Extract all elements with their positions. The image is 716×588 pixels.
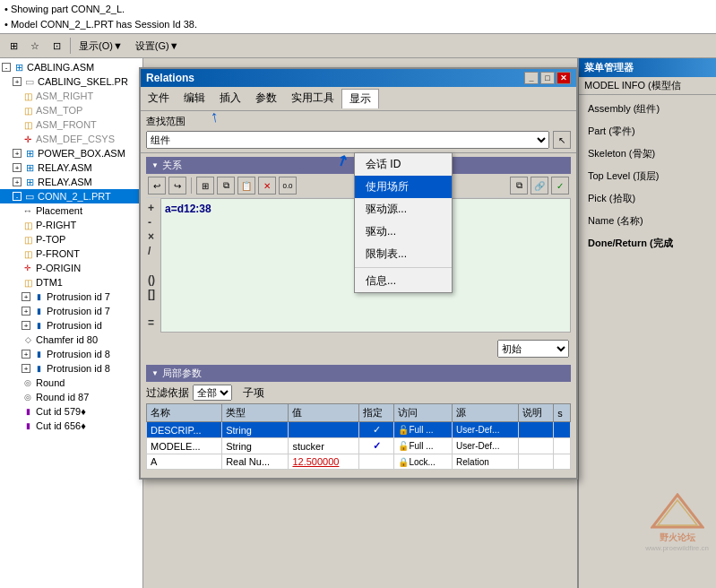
tree-item-relay-asm[interactable]: + ⊞ RELAY.ASM [0,160,142,175]
tree-item-placement[interactable]: ↔ Placement [0,203,142,218]
expand-prot-7a[interactable]: + [22,292,30,301]
table-row-3[interactable]: A Real Nu... 12.500000 🔒Lock... Relation [147,454,571,470]
toolbar-icon-2[interactable]: ☆ [25,36,45,56]
initial-select[interactable]: 初始 [497,340,569,358]
num-btn[interactable]: 0.0 [279,177,297,195]
op-plus[interactable]: + [148,202,159,214]
ctx-drive[interactable]: 驱动... [355,220,452,243]
settings-menu[interactable]: 设置(G)▼ [131,36,184,56]
table-row-1[interactable]: DESCRIP... String ✓ 🔓Full ... User-Def..… [147,422,571,438]
tree-item-protrusion-7c[interactable]: + ▮ Protrusion id [0,318,142,333]
tree-item-asm-right[interactable]: ◫ ASM_RIGHT [0,89,142,103]
op-paren[interactable]: () [148,273,159,286]
tree-item-protrusion-8a[interactable]: + ▮ Protrusion id 8 [0,347,142,361]
right-panel-subtitle: MODEL INFO (模型信 [579,77,716,95]
tree-item-cabling-skel[interactable]: + ▭ CABLING_SKEL.PR [0,74,142,89]
tree-item-asm-top[interactable]: ◫ ASM_TOP [0,103,142,117]
toolbar-icon-3[interactable]: ⊡ [47,36,66,56]
main-layout: - ⊞ CABLING.ASM + ▭ CABLING_SKEL.PR ◫ AS… [0,58,716,588]
tree-area[interactable]: - ⊞ CABLING.ASM + ▭ CABLING_SKEL.PR ◫ AS… [0,58,142,588]
link-btn[interactable]: 🔗 [531,177,548,195]
expand-prot-7c[interactable]: + [22,321,30,330]
tree-item-asm-front[interactable]: ◫ ASM_FRONT [0,117,142,132]
op-bracket[interactable]: [] [148,288,159,300]
datum-icon-right: ◫ [22,90,34,102]
copy-btn[interactable]: ⧉ [217,177,235,195]
op-minus[interactable]: - [148,216,159,229]
tree-item-dtm1[interactable]: ◫ DTM1 [0,275,142,290]
right-panel-top-level[interactable]: Top Level (顶层) [582,166,712,186]
toolbar-icon-1[interactable]: ⊞ [4,36,23,56]
local-params-header: ▼ 局部参数 [146,365,571,382]
expand-prot-8a[interactable]: + [22,350,30,359]
close-button[interactable]: ✕ [556,72,571,84]
menu-params[interactable]: 参数 [248,89,284,108]
ctx-drive-source[interactable]: 驱动源... [355,198,452,220]
expand-conn[interactable]: - [13,192,22,201]
tree-item-protrusion-7a[interactable]: + ▮ Protrusion id 7 [0,290,142,304]
check-btn[interactable]: ✓ [551,177,569,195]
menu-insert[interactable]: 插入 [212,89,248,108]
tree-item-p-origin[interactable]: ✛ P-ORIGIN [0,261,142,275]
op-x[interactable]: × [148,230,159,243]
assembly-icon-4: ⊞ [23,176,36,188]
tree-item-cut-656[interactable]: ▮ Cut id 656♦ [0,419,142,433]
tree-item-power-box[interactable]: + ⊞ POWER_BOX.ASM [0,146,142,160]
maximize-button[interactable]: □ [540,72,555,84]
ctx-active-id[interactable]: 会话 ID [355,153,452,176]
menu-edit[interactable]: 编辑 [177,89,212,108]
row2-type: String [222,438,289,454]
tree-item-p-top[interactable]: ◫ P-TOP [0,232,142,246]
cursor-btn[interactable]: ↖ [553,131,571,149]
expand-prot-7b[interactable]: + [22,307,30,316]
display-menu[interactable]: 显示(O)▼ [74,36,127,56]
ctx-info[interactable]: 信息... [355,270,452,292]
delete-btn[interactable]: ✕ [258,177,276,195]
redo-btn[interactable]: ↪ [168,177,186,195]
menu-display[interactable]: 显示 [341,89,379,108]
coord-icon: ✛ [22,133,34,145]
table-row-2[interactable]: MODELE... String stucker ✓ 🔓Full ... Use… [147,438,571,454]
menu-file[interactable]: 文件 [141,89,177,108]
right-panel-name[interactable]: Name (名称) [582,211,712,231]
op-div[interactable]: / [148,245,159,257]
copy2-btn[interactable]: ⧉ [510,177,528,195]
minimize-button[interactable]: _ [524,72,539,84]
protrusion-7b-icon: ▮ [32,305,45,317]
tree-item-p-front[interactable]: ◫ P-FRONT [0,246,142,261]
tree-item-round[interactable]: ◎ Round [0,376,142,390]
paste-btn[interactable]: 📋 [237,177,255,195]
expand-prot-8b[interactable]: + [22,364,30,373]
search-range-select[interactable]: 组件 零件 全部 [146,131,549,149]
tree-item-conn-2-l[interactable]: - ▭ CONN_2_L.PRT [0,189,142,203]
ctx-use-location[interactable]: 使用场所 [355,176,452,198]
right-panel-done-return[interactable]: Done/Return (完成 [582,233,712,254]
rel-operators: + - × / () [] = [146,198,160,333]
tree-item-relay-asm-2[interactable]: + ⊞ RELAY.ASM [0,175,142,189]
expand-relay-2[interactable]: + [13,177,22,186]
op-eq[interactable]: = [148,316,159,329]
tree-item-round-87[interactable]: ◎ Round id 87 [0,390,142,404]
expand-skel[interactable]: + [13,77,22,86]
expand-relay[interactable]: + [13,163,22,172]
right-panel-part[interactable]: Part (零件) [582,121,712,142]
expand-cabling[interactable]: - [2,63,11,72]
tree-item-chamfer-80[interactable]: ◇ Chamfer id 80 [0,333,142,347]
status-line-1: • Showing part CONN_2_L. [4,2,712,17]
right-panel-skeleton[interactable]: Skeleton (骨架) [582,143,712,164]
add-btn[interactable]: ⊞ [196,177,214,195]
tree-item-protrusion-8b[interactable]: + ▮ Protrusion id 8 [0,361,142,376]
ctx-restrict[interactable]: 限制表... [355,243,452,265]
status-bar: • Showing part CONN_2_L. • Model CONN_2_… [0,0,716,34]
right-panel-pick[interactable]: Pick (拾取) [582,188,712,209]
menu-utilities[interactable]: 实用工具 [284,89,341,108]
tree-item-cabling-asm[interactable]: - ⊞ CABLING.ASM [0,60,142,74]
undo-btn[interactable]: ↩ [148,177,166,195]
expand-power[interactable]: + [13,149,22,158]
tree-item-p-right[interactable]: ◫ P-RIGHT [0,218,142,232]
filter-select[interactable]: 全部 [193,385,232,401]
tree-item-protrusion-7b[interactable]: + ▮ Protrusion id 7 [0,304,142,318]
tree-item-cut-579[interactable]: ▮ Cut id 579♦ [0,404,142,419]
right-panel-assembly[interactable]: Assembly (组件) [582,99,712,119]
tree-item-asm-def-csys[interactable]: ✛ ASM_DEF_CSYS [0,132,142,146]
